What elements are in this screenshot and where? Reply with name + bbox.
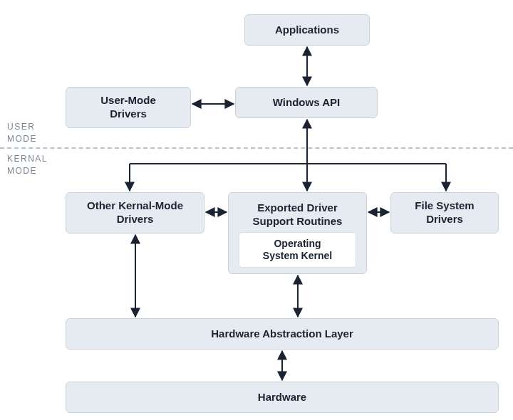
box-applications: Applications <box>244 14 370 46</box>
box-other-kernel-drivers: Other Kernal-Mode Drivers <box>66 192 204 233</box>
box-hardware: Hardware <box>66 382 499 413</box>
box-user-mode-drivers: User-Mode Drivers <box>66 87 191 128</box>
user-mode-label: USER MODE <box>7 121 37 145</box>
box-hal: Hardware Abstraction Layer <box>66 318 499 350</box>
exported-routines-label: Exported Driver Support Routines <box>236 201 359 229</box>
box-file-system-drivers: File System Drivers <box>390 192 499 233</box>
mode-divider <box>0 147 513 149</box>
kernel-mode-label: KERNAL MODE <box>7 153 48 177</box>
architecture-diagram: USER MODE KERNAL MODE Applications User-… <box>0 0 513 420</box>
box-os-kernel: Operating System Kernel <box>239 232 356 268</box>
box-windows-api: Windows API <box>235 87 378 118</box>
